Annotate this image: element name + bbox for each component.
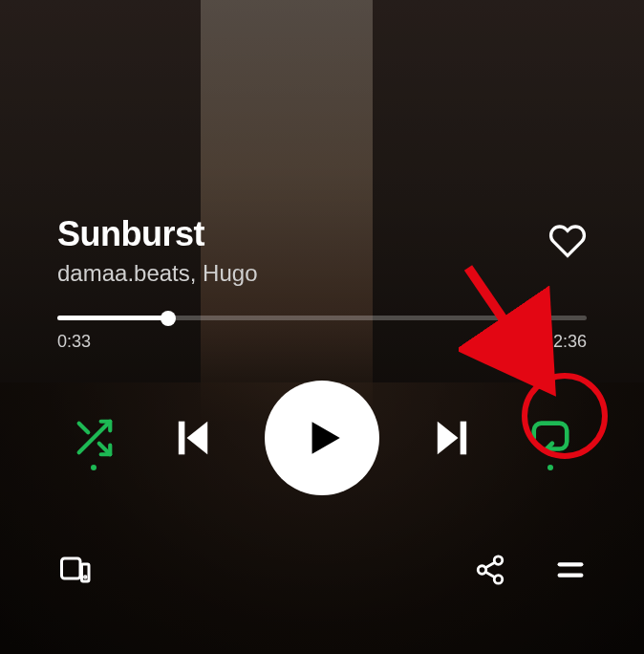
svg-rect-8 <box>62 558 81 578</box>
track-info: Sunburst damaa.beats, Hugo <box>57 214 533 287</box>
svg-rect-7 <box>460 422 466 455</box>
playback-controls <box>57 371 587 505</box>
now-playing-screen: Sunburst damaa.beats, Hugo 0:33 2:36 <box>0 0 644 654</box>
svg-marker-6 <box>437 422 458 455</box>
repeat-active-dot <box>547 465 553 470</box>
play-button[interactable] <box>265 381 379 495</box>
svg-point-10 <box>85 577 87 578</box>
seek-thumb[interactable] <box>161 311 176 326</box>
svg-marker-5 <box>312 422 340 453</box>
svg-line-15 <box>485 562 495 568</box>
progress-section: 0:33 2:36 <box>57 316 587 352</box>
devices-button[interactable] <box>57 553 92 587</box>
share-button[interactable] <box>474 554 506 586</box>
like-button[interactable] <box>548 222 587 260</box>
time-total: 2:36 <box>553 332 587 352</box>
repeat-one-icon <box>528 416 572 460</box>
time-labels: 0:33 2:36 <box>57 332 587 352</box>
share-icon <box>474 554 506 586</box>
devices-icon <box>57 553 92 587</box>
previous-button[interactable] <box>168 413 218 463</box>
skip-back-icon <box>168 413 218 463</box>
shuffle-icon <box>72 416 116 460</box>
time-elapsed: 0:33 <box>57 332 91 352</box>
repeat-button[interactable] <box>524 411 577 465</box>
heart-icon <box>548 222 587 260</box>
shuffle-active-dot <box>91 465 97 470</box>
svg-rect-4 <box>178 422 184 455</box>
play-icon <box>298 414 346 462</box>
bottom-right-group <box>474 554 587 586</box>
track-artist[interactable]: damaa.beats, Hugo <box>57 260 533 287</box>
svg-line-14 <box>485 572 495 578</box>
svg-line-2 <box>79 424 89 433</box>
skip-forward-icon <box>427 413 477 463</box>
track-header: Sunburst damaa.beats, Hugo <box>57 214 587 287</box>
bottom-toolbar <box>57 553 587 654</box>
seek-fill <box>57 316 168 320</box>
shuffle-button[interactable] <box>67 411 120 465</box>
next-button[interactable] <box>427 413 477 463</box>
queue-icon <box>554 554 587 586</box>
svg-marker-3 <box>186 422 207 455</box>
seek-bar[interactable] <box>57 316 587 320</box>
queue-button[interactable] <box>554 554 587 586</box>
track-title[interactable]: Sunburst <box>57 214 533 254</box>
